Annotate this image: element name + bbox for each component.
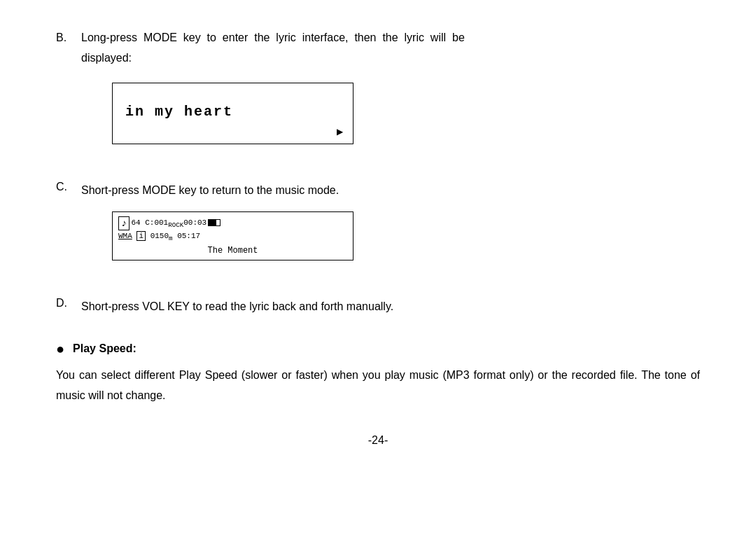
music-row1-text: 64 C:001ROCK00:03 [131,218,220,229]
play-speed-section: ● Play Speed: You can select different P… [56,342,700,406]
music-display-title: The Moment [118,246,347,256]
lyric-play-icon: ▶ [337,127,343,137]
section-c: C. Short-press MODE key to return to the… [56,181,700,280]
music-display-row1: ♪ 64 C:001ROCK00:03 [118,216,347,230]
section-d-label: D. [56,297,73,317]
music-display-box: ♪ 64 C:001ROCK00:03 WMA i 0150m 05:17 Th… [112,211,354,260]
lyric-display-box: in my heart ▶ [112,83,354,144]
lyric-text: in my heart [125,104,340,120]
section-c-text-block: C. Short-press MODE key to return to the… [56,181,700,201]
section-b: B. Long-press MODE key to enter the lyri… [56,28,700,164]
section-c-content: Short-press MODE key to return to the mu… [81,181,339,201]
play-speed-body: You can select different Play Speed (slo… [56,366,700,406]
section-d: D. Short-press VOL KEY to read the lyric… [56,297,700,317]
music-display-row2: WMA i 0150m 05:17 [118,232,347,242]
play-speed-bullet: ● [56,342,64,356]
play-speed-title: Play Speed: [73,342,136,355]
play-speed-header: ● Play Speed: [56,342,700,356]
music-row2-text: WMA i 0150m 05:17 [118,232,200,242]
page-number: -24- [56,434,700,447]
section-b-content: Long-press MODE key to enter the lyric i… [81,28,465,69]
section-b-label: B. [56,28,73,69]
note-icon: ♪ [118,216,130,230]
section-c-label: C. [56,181,73,201]
section-d-content: Short-press VOL KEY to read the lyric ba… [81,297,393,317]
section-b-text-block: B. Long-press MODE key to enter the lyri… [56,28,700,69]
